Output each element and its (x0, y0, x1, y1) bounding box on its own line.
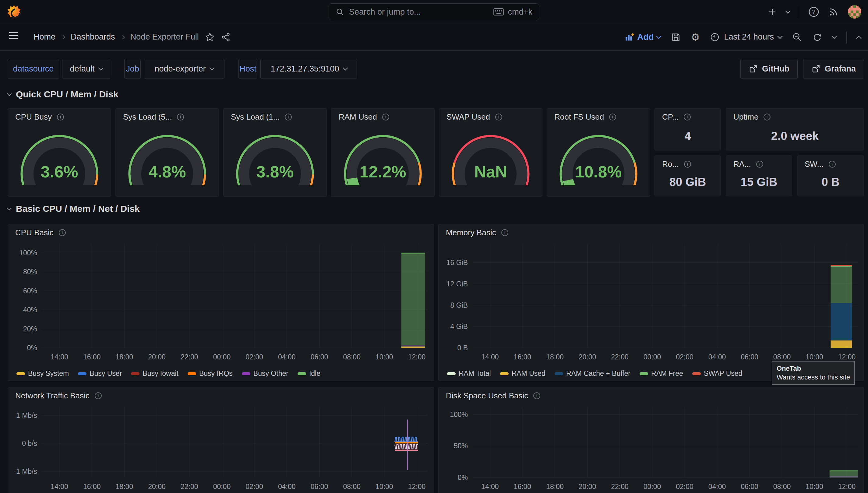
legend-item-busy-system[interactable]: Busy System (17, 369, 69, 378)
var-job-select[interactable]: node-exporter (144, 59, 225, 79)
svg-text:i: i (60, 114, 61, 119)
var-host-select[interactable]: 172.31.27.35:9100 (261, 59, 357, 79)
stat-ram-total-panel-header: RA...i (726, 156, 792, 172)
stat-cpu-cores-panel: CP...i4 (655, 108, 721, 150)
stat-cpu-cores-value: 4 (655, 130, 721, 143)
svg-text:0 B: 0 B (457, 344, 468, 352)
stat-cpu-cores-panel-info-icon[interactable]: i (683, 113, 691, 121)
svg-text:16:00: 16:00 (83, 353, 101, 361)
svg-text:1 Mb/s: 1 Mb/s (16, 411, 37, 419)
legend-item-busy-iowait[interactable]: Busy Iowait (131, 369, 179, 378)
gauge-sys-load-5-panel-header: Sys Load (5...i (116, 109, 219, 125)
svg-text:12:00: 12:00 (838, 353, 856, 361)
gauge-sys-load-5-panel-title: Sys Load (5... (123, 112, 172, 122)
gauge-swap-used-panel-info-icon[interactable]: i (495, 113, 502, 121)
gauge-root-fs-used-panel-title: Root FS Used (554, 112, 604, 122)
gauge-cpu-busy-value: 3.6% (41, 163, 78, 181)
legend-item-busy-user[interactable]: Busy User (78, 369, 122, 378)
stat-swap-total-panel-info-icon[interactable]: i (828, 160, 836, 168)
svg-text:22:00: 22:00 (611, 353, 628, 361)
svg-text:i: i (180, 114, 181, 119)
disk-basic-panel-title: Disk Space Used Basic (446, 391, 528, 401)
legend-label: Idle (309, 369, 321, 378)
svg-text:18:00: 18:00 (546, 353, 564, 361)
legend-item-idle[interactable]: Idle (297, 369, 321, 378)
svg-text:12 GiB: 12 GiB (447, 280, 468, 288)
cpu-basic-plot[interactable]: 0%20%40%60%80%100%14:0016:0018:0020:0022… (8, 241, 434, 367)
svg-text:16 GiB: 16 GiB (447, 259, 468, 266)
svg-text:14:00: 14:00 (50, 353, 68, 361)
gauge-root-fs-used-value: 10.8% (575, 163, 622, 181)
gauge-root-fs-used-panel-header: Root FS Usedi (547, 109, 650, 125)
legend-chip (78, 372, 86, 375)
onetab-popup-title: OneTab (777, 364, 850, 373)
section-collapse-chevron-icon (7, 206, 12, 210)
legend-item-ram-total[interactable]: RAM Total (447, 369, 491, 378)
network-basic-panel: Network Traffic Basici1 Mb/s0 b/s-1 Mb/s… (7, 387, 434, 493)
gauge-root-fs-used-arc: 10.8% (553, 126, 644, 185)
gauge-cpu-busy-arc: 3.6% (14, 126, 105, 185)
svg-text:02:00: 02:00 (676, 483, 694, 491)
svg-text:16:00: 16:00 (514, 353, 532, 361)
svg-text:i: i (536, 393, 537, 398)
svg-text:10:00: 10:00 (806, 353, 823, 361)
network-basic-panel-info-icon[interactable]: i (95, 392, 102, 400)
disk-basic-plot[interactable]: 0%50%100%14:0016:0018:0020:0022:0000:000… (438, 404, 864, 493)
gauge-ram-used-value: 12.2% (359, 163, 406, 181)
svg-text:18:00: 18:00 (546, 483, 564, 491)
legend-item-busy-irqs[interactable]: Busy IRQs (188, 369, 233, 378)
gauge-sys-load-5-panel-info-icon[interactable]: i (177, 113, 184, 121)
legend-item-ram-free[interactable]: RAM Free (640, 369, 683, 378)
svg-text:06:00: 06:00 (741, 353, 758, 361)
network-basic-plot[interactable]: 1 Mb/s0 b/s-1 Mb/s14:0016:0018:0020:0022… (8, 404, 434, 493)
stat-rootfs-total-panel-header: Ro...i (655, 156, 721, 172)
gauge-ram-used-panel-header: RAM Usedi (331, 109, 434, 125)
gauge-sys-load-1-panel-info-icon[interactable]: i (285, 113, 292, 121)
svg-text:60%: 60% (23, 287, 37, 295)
stat-ram-total-panel-title: RA... (733, 159, 751, 169)
svg-text:04:00: 04:00 (708, 353, 726, 361)
legend-item-busy-other[interactable]: Busy Other (242, 369, 288, 378)
gauge-root-fs-used-panel-info-icon[interactable]: i (609, 113, 616, 121)
dashboard-links: GitHub Grafana (740, 59, 864, 79)
grafana-link-button[interactable]: Grafana (803, 59, 864, 79)
svg-text:i: i (498, 114, 499, 119)
gauge-cpu-busy-panel-header: CPU Busyi (8, 109, 111, 125)
memory-basic-plot[interactable]: 0 B4 GiB8 GiB12 GiB16 GiB14:0016:0018:00… (438, 241, 864, 367)
svg-text:0 b/s: 0 b/s (22, 440, 37, 447)
memory-basic-panel-info-icon[interactable]: i (501, 229, 509, 236)
gauge-ram-used-panel-info-icon[interactable]: i (382, 113, 390, 121)
legend-item-ram-cache-buffer[interactable]: RAM Cache + Buffer (555, 369, 631, 378)
section-basic-cpu-mem-net-disk[interactable]: Basic CPU / Mem / Net / Disk (7, 202, 140, 215)
svg-text:14:00: 14:00 (481, 353, 499, 361)
svg-text:06:00: 06:00 (311, 353, 328, 361)
legend-item-swap-used[interactable]: SWAP Used (692, 369, 743, 378)
github-link-button[interactable]: GitHub (740, 59, 798, 79)
gauge-cpu-busy-panel-info-icon[interactable]: i (57, 113, 64, 121)
stat-uptime-panel-info-icon[interactable]: i (763, 113, 771, 121)
stat-rootfs-total-panel-info-icon[interactable]: i (684, 160, 691, 168)
disk-basic-panel: Disk Space Used Basici0%50%100%14:0016:0… (438, 387, 864, 493)
cpu-basic-panel-info-icon[interactable]: i (59, 229, 66, 236)
stat-cpu-cores-panel-title: CP... (662, 112, 679, 122)
memory-basic-panel-header: Memory Basici (438, 224, 864, 241)
svg-text:00:00: 00:00 (213, 353, 231, 361)
svg-text:22:00: 22:00 (181, 483, 198, 491)
gauge-sys-load-1-panel-title: Sys Load (1... (231, 112, 280, 122)
svg-text:i: i (62, 230, 63, 235)
legend-chip (131, 372, 140, 375)
svg-text:00:00: 00:00 (643, 353, 661, 361)
legend-chip (500, 372, 509, 375)
disk-basic-panel-info-icon[interactable]: i (533, 392, 541, 400)
svg-text:08:00: 08:00 (343, 353, 360, 361)
stat-ram-total-panel: RA...i15 GiB (726, 155, 792, 196)
legend-label: Busy System (28, 369, 69, 378)
svg-text:08:00: 08:00 (773, 483, 791, 491)
section-quick-cpu-mem-disk[interactable]: Quick CPU / Mem / Disk (7, 88, 119, 101)
stat-rootfs-total-panel: Ro...i80 GiB (655, 155, 721, 196)
cpu-basic-panel: CPU Basici0%20%40%60%80%100%14:0016:0018… (7, 224, 434, 381)
legend-item-ram-used[interactable]: RAM Used (500, 369, 545, 378)
var-datasource-select[interactable]: default (62, 59, 110, 79)
svg-text:i: i (687, 162, 688, 166)
stat-ram-total-panel-info-icon[interactable]: i (756, 160, 764, 168)
